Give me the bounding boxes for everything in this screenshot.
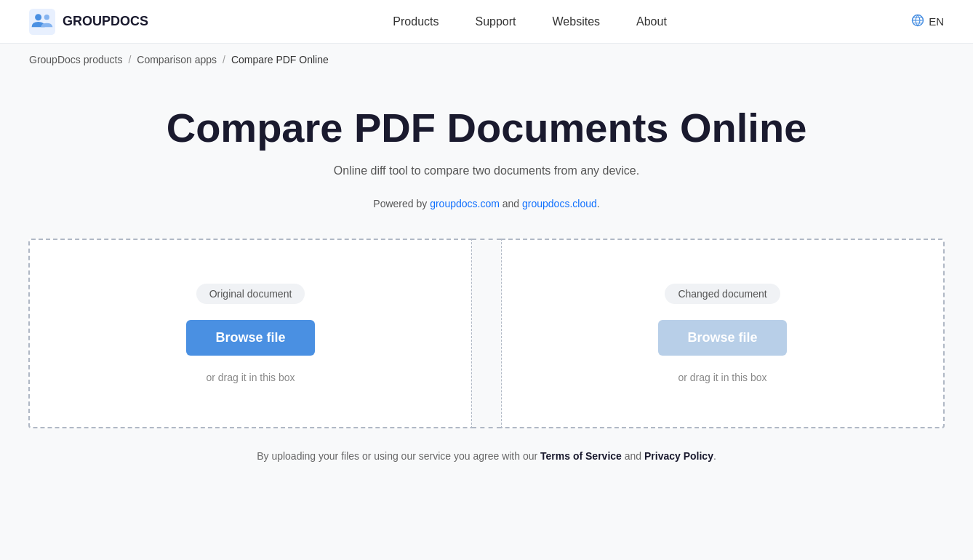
powered-and: and [502,198,522,209]
breadcrumb-sep-2: / [223,54,225,65]
browse-file-button-original[interactable]: Browse file [186,320,314,356]
powered-link-groupdocs-com[interactable]: groupdocs.com [430,198,500,209]
nav-products[interactable]: Products [393,15,439,28]
footer-note: By uploading your files or using our ser… [257,450,716,462]
powered-suffix: . [597,198,600,209]
privacy-policy-link[interactable]: Privacy Policy [644,450,713,462]
powered-by-text: Powered by [373,198,430,209]
breadcrumb-comparison-apps[interactable]: Comparison apps [137,54,217,65]
breadcrumb-current: Compare PDF Online [231,54,329,65]
main-content: Compare PDF Documents Online Online diff… [0,76,973,505]
upload-container: Original document Browse file or drag it… [28,239,945,428]
nav-websites[interactable]: Websites [553,15,601,28]
upload-divider [472,239,501,428]
breadcrumb: GroupDocs products / Comparison apps / C… [0,44,973,76]
page-title: Compare PDF Documents Online [167,105,807,151]
original-doc-label: Original document [196,284,305,304]
changed-doc-label: Changed document [665,284,780,304]
language-selector[interactable]: EN [911,14,944,29]
terms-of-service-link[interactable]: Terms of Service [540,450,622,462]
main-nav: Products Support Websites About [393,15,667,28]
footer-prefix: By uploading your files or using our ser… [257,450,540,462]
footer-suffix: . [713,450,716,462]
breadcrumb-sep-1: / [128,54,131,65]
lang-label: EN [929,15,944,28]
page-subtitle: Online diff tool to compare two document… [334,164,639,177]
browse-file-button-changed[interactable]: Browse file [658,320,786,356]
drag-hint-original: or drag it in this box [206,372,295,383]
powered-by: Powered by groupdocs.com and groupdocs.c… [373,198,599,209]
upload-box-changed[interactable]: Changed document Browse file or drag it … [501,239,945,428]
powered-link-groupdocs-cloud[interactable]: groupdocs.cloud [522,198,597,209]
footer-and: and [625,450,644,462]
logo[interactable]: GROUPDOCS [29,9,148,35]
nav-support[interactable]: Support [475,15,516,28]
svg-point-2 [44,15,49,20]
upload-box-original[interactable]: Original document Browse file or drag it… [28,239,472,428]
breadcrumb-groupdocs-products[interactable]: GroupDocs products [29,54,122,65]
drag-hint-changed: or drag it in this box [678,372,766,383]
logo-text: GROUPDOCS [63,14,148,29]
nav-about[interactable]: About [636,15,667,28]
globe-icon [911,14,924,29]
svg-rect-0 [29,9,55,35]
svg-point-1 [35,14,41,20]
groupdocs-logo-icon [29,9,55,35]
